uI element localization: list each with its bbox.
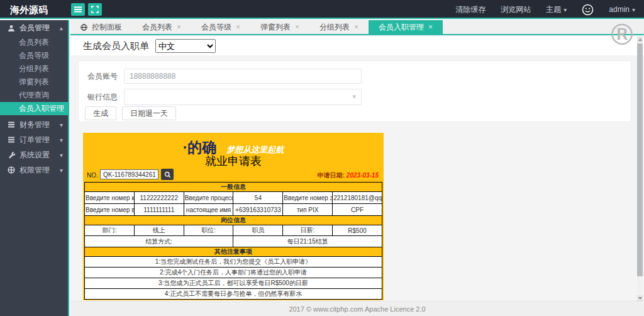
sidebar-item-member-list[interactable]: 会员列表	[0, 36, 68, 49]
apply-date-value: 2023-03-15	[347, 172, 379, 179]
table-cell: 11222222222	[134, 192, 184, 204]
caret-down-icon: ▾	[60, 152, 63, 159]
caret-down-icon: ▾	[632, 6, 635, 13]
table-cell: Введите номер электр	[283, 192, 333, 204]
sidebar-item-group-list[interactable]: 分组列表	[0, 62, 68, 76]
main-content: 会员账号 银行信息 ▾ 生成 日期退一天 ·的确 梦想从这里起航 就业申请表 N…	[70, 55, 644, 301]
generate-button[interactable]: 生成	[85, 106, 116, 120]
note-row: 4:正式员工不需要每日参与抢单，但仍然享有薪水	[85, 289, 382, 300]
note-row: 2:完成4个入门任务后，人事部门将通过您的入职申请	[85, 268, 382, 278]
page-title: 生成会员入职单	[83, 40, 149, 52]
application-no-input[interactable]	[100, 169, 158, 179]
close-icon[interactable]: ×	[428, 23, 433, 31]
sidebar-item-member-level[interactable]: 会员等级	[0, 49, 68, 62]
table-cell: 职位:	[184, 225, 233, 236]
sidebar-section-system-settings[interactable]: 系统设置 ▾	[0, 147, 68, 162]
scroll-up-arrow[interactable]	[637, 37, 643, 42]
search-button[interactable]	[161, 169, 174, 180]
globe-icon	[80, 24, 87, 31]
sidebar-section-permissions[interactable]: 权限管理 ▾	[0, 162, 68, 178]
member-account-input[interactable]	[124, 69, 362, 84]
employment-application-doc: ·的确 梦想从这里起航 就业申请表 NO. 申请日期: 2023-03-15 一…	[83, 133, 384, 300]
settle-label-cell: 结算方式:	[85, 236, 233, 247]
caret-down-icon: ▾	[60, 137, 63, 144]
vertical-scrollbar[interactable]	[637, 37, 643, 301]
section-position: 岗位信息	[85, 216, 382, 225]
tab-member-level[interactable]: 会员等级 ×	[191, 20, 250, 34]
sidebar-section-orders[interactable]: 订单管理 ▾	[0, 132, 68, 147]
close-icon[interactable]: ×	[236, 23, 240, 31]
bank-info-select[interactable]: ▾	[124, 89, 362, 105]
doc-title: 就业申请表	[83, 154, 384, 169]
footer-bar: 2017 © www.citphp.com Apache Licence 2.0	[70, 301, 644, 316]
tab-member-list[interactable]: 会员列表 ×	[132, 20, 191, 34]
table-cell: 部门:	[85, 225, 135, 236]
globe-plus-icon	[8, 166, 15, 174]
table-cell: CPF	[333, 204, 382, 216]
tab-group-list[interactable]: 分组列表 ×	[309, 20, 369, 34]
avatar-smiley-icon	[582, 4, 594, 16]
tab-dashboard[interactable]: 控制面板	[70, 20, 132, 34]
tab-member-onboarding[interactable]: 会员入职管理 ×	[369, 20, 443, 34]
person-icon	[8, 25, 15, 32]
account-label: 会员账号	[85, 71, 118, 82]
page-title-bar: 生成会员入职单 中文	[70, 37, 644, 55]
caret-down-icon: ▾	[564, 6, 567, 13]
note-row: 3:当您成为正式员工后，都可以享受每日R$500的日薪	[85, 278, 382, 289]
clear-cache-link[interactable]: 清除缓存	[455, 4, 486, 15]
close-icon[interactable]: ×	[354, 23, 358, 31]
close-icon[interactable]: ×	[177, 23, 181, 31]
copyright-text: 2017 © www.citphp.com Apache Licence 2.0	[289, 305, 425, 313]
table-cell: 职员	[233, 225, 283, 236]
sidebar-item-member-onboarding[interactable]: 会员入职管理	[0, 102, 68, 115]
sidebar-toggle-button[interactable]	[71, 3, 85, 16]
table-cell: Введите номер вашего	[85, 204, 135, 216]
no-label: NO.	[87, 172, 98, 179]
table-cell: настоящее имя	[184, 204, 233, 216]
caret-down-icon: ▾	[60, 167, 63, 174]
caret-up-icon: ▴	[60, 25, 63, 31]
fullscreen-button[interactable]	[88, 3, 102, 16]
app-logo: 海外源码	[10, 4, 48, 16]
date-back-one-day-button[interactable]: 日期退一天	[122, 106, 176, 120]
language-select[interactable]: 中文	[155, 39, 216, 53]
caret-down-icon: ▾	[60, 121, 63, 128]
ledger-icon	[8, 121, 15, 128]
application-table: 一般信息 Введите номер карточ 11222222222 Вв…	[84, 182, 382, 300]
sidebar-item-popup-list[interactable]: 弹窗列表	[0, 76, 68, 89]
fullscreen-icon	[91, 6, 99, 13]
user-avatar[interactable]	[582, 4, 594, 16]
ledger-icon	[8, 136, 15, 144]
sidebar-group-member-management[interactable]: 会员管理 ▴	[0, 20, 68, 36]
wrench-icon	[8, 151, 15, 159]
section-general: 一般信息	[85, 183, 382, 192]
scroll-down-arrow[interactable]	[637, 295, 643, 301]
registered-trademark-watermark: ®	[608, 21, 636, 48]
table-cell: тип PIX	[283, 204, 333, 216]
table-cell: 1111111111	[134, 204, 184, 216]
table-cell: 54	[233, 192, 283, 204]
table-cell: R$500	[333, 225, 382, 236]
sidebar-nav: 会员管理 ▴ 会员列表 会员等级 分组列表 弹窗列表 代理查询 会员入职管理 财…	[0, 20, 69, 316]
search-icon	[164, 171, 171, 178]
hamburger-icon	[74, 6, 82, 13]
theme-menu[interactable]: 主题 ▾	[546, 4, 567, 15]
chevron-down-icon: ▾	[352, 93, 356, 101]
sidebar-item-agent-query[interactable]: 代理查询	[0, 89, 68, 102]
open-tabs-bar: 控制面板 会员列表 × 会员等级 × 弹窗列表 × 分组列表 × 会员入职管理 …	[70, 20, 644, 35]
close-icon[interactable]: ×	[295, 23, 299, 31]
table-cell: 线上	[134, 225, 184, 236]
sidebar-section-finance[interactable]: 财务管理 ▾	[0, 117, 68, 132]
generate-form-card: 会员账号 银行信息 ▾ 生成 日期退一天	[78, 60, 631, 122]
view-site-link[interactable]: 浏览网站	[501, 4, 531, 15]
apply-date-label: 申请日期:	[318, 172, 345, 179]
table-cell: 日薪:	[283, 225, 333, 236]
table-cell: Введите процессор	[184, 192, 233, 204]
tab-popup-list[interactable]: 弹窗列表 ×	[250, 20, 309, 34]
bank-label: 银行信息	[85, 92, 118, 103]
section-notes: 其他注意事项	[85, 247, 382, 257]
admin-user-menu[interactable]: admin ▾	[609, 5, 635, 14]
table-cell: Введите номер карточ	[85, 192, 135, 204]
note-row: 1:当您完成测试任务后，我们为您提交《员工入职申请》	[85, 257, 382, 268]
scrollbar-thumb[interactable]	[637, 43, 643, 276]
